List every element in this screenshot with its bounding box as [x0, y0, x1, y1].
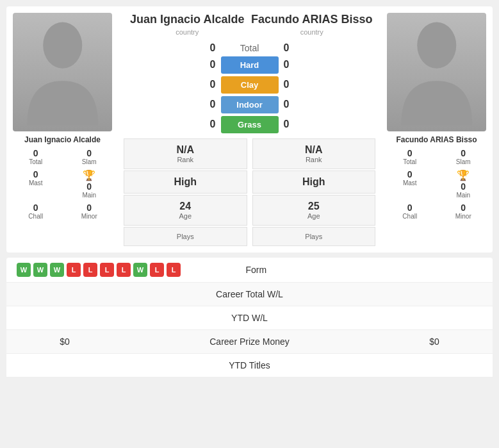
- player-left: Juan Ignacio Alcalde 0 Total 0 Slam 0 Ma…: [6, 13, 119, 246]
- indoor-row: 0 Indoor 0: [119, 96, 380, 113]
- form-badge-w: W: [50, 263, 64, 277]
- career-prize-label: Career Prize Money: [113, 336, 386, 347]
- players-section: Juan Ignacio Alcalde 0 Total 0 Slam 0 Ma…: [6, 6, 493, 253]
- stat-mast-right: 0 Mast: [384, 168, 436, 200]
- svg-point-1: [417, 22, 456, 69]
- player-right-name-top: Facundo ARIAS Bisso country: [250, 13, 375, 36]
- form-badge-w: W: [133, 263, 147, 277]
- main-container: Juan Ignacio Alcalde 0 Total 0 Slam 0 Ma…: [0, 0, 499, 384]
- clay-row: 0 Clay 0: [119, 76, 380, 94]
- ytd-wl-label: YTD W/L: [113, 313, 386, 323]
- stat-slam-right: 0 Slam: [438, 147, 490, 167]
- indoor-button[interactable]: Indoor: [221, 96, 279, 113]
- stat-chall-right: 0 Chall: [384, 201, 436, 221]
- career-prize-right: $0: [386, 336, 482, 347]
- stat-minor-right: 0 Minor: [438, 201, 490, 221]
- rank-card-right: N/A Rank: [252, 138, 376, 169]
- career-wl-label: Career Total W/L: [113, 289, 386, 299]
- trophy-icon-left: 🏆: [83, 169, 95, 181]
- avatar-silhouette-right: [387, 13, 486, 131]
- form-badge-l: L: [117, 263, 131, 277]
- trophy-icon-right: 🏆: [457, 169, 470, 181]
- player-right: Facundo ARIAS Bisso 0 Total 0 Slam 0 Mas…: [380, 13, 493, 246]
- form-badge-l: L: [150, 263, 164, 277]
- right-stat-cards: N/A Rank High 25 Age Plays: [252, 138, 376, 246]
- stat-main-right: 🏆 0 Main: [438, 168, 490, 200]
- ytd-wl-row: YTD W/L: [6, 306, 493, 330]
- middle-section: Juan Ignacio Alcalde country Facundo ARI…: [119, 13, 380, 246]
- bottom-section: WWWLLLLWLL Form Career Total W/L YTD W/L…: [6, 258, 493, 377]
- left-stat-cards: N/A Rank High 24 Age Plays: [124, 138, 247, 246]
- stat-total-right: 0 Total: [384, 147, 436, 167]
- plays-card-right: Plays: [252, 227, 376, 246]
- rank-card-left: N/A Rank: [124, 138, 247, 169]
- ytd-titles-label: YTD Titles: [113, 360, 386, 370]
- player-left-stats: 0 Total 0 Slam 0 Mast 🏆 0 Main 0: [6, 147, 119, 221]
- career-prize-left: $0: [17, 336, 113, 347]
- ytd-titles-row: YTD Titles: [6, 354, 493, 377]
- grass-button[interactable]: Grass: [221, 116, 279, 133]
- form-badge-l: L: [83, 263, 97, 277]
- player-left-name: Juan Ignacio Alcalde: [24, 135, 101, 144]
- career-prize-row: $0 Career Prize Money $0: [6, 330, 493, 354]
- hard-button[interactable]: Hard: [221, 56, 279, 74]
- high-card-right: High: [252, 170, 376, 194]
- player-right-stats: 0 Total 0 Slam 0 Mast 🏆 0 Main 0: [380, 147, 493, 221]
- player-right-name: Facundo ARIAS Bisso: [396, 135, 477, 144]
- plays-card-left: Plays: [124, 227, 247, 246]
- players-top-row: Juan Ignacio Alcalde country Facundo ARI…: [119, 13, 380, 42]
- stat-slam-left: 0 Slam: [63, 147, 116, 167]
- form-row: WWWLLLLWLL Form: [6, 258, 493, 283]
- grass-row: 0 Grass 0: [119, 116, 380, 133]
- player-left-name-top: Juan Ignacio Alcalde country: [125, 13, 250, 36]
- total-row: 0 Total 0: [119, 42, 380, 54]
- form-badge-l: L: [167, 263, 181, 277]
- form-badge-l: L: [100, 263, 114, 277]
- stat-main-left: 🏆 0 Main: [63, 168, 116, 200]
- form-badge-w: W: [33, 263, 47, 277]
- clay-button[interactable]: Clay: [221, 76, 279, 94]
- surfaces-container: 0 Hard 0 0 Clay 0 0 Indoor 0: [119, 56, 380, 133]
- player-left-avatar: [13, 13, 112, 131]
- stat-minor-left: 0 Minor: [63, 201, 116, 221]
- age-card-right: 25 Age: [252, 195, 376, 226]
- player-right-avatar: [387, 13, 486, 131]
- hard-row: 0 Hard 0: [119, 56, 380, 74]
- form-badge-w: W: [17, 263, 31, 277]
- svg-point-0: [43, 22, 82, 69]
- form-badges-left: WWWLLLLWLL: [17, 263, 181, 277]
- stat-mast-left: 0 Mast: [10, 168, 62, 200]
- form-badge-l: L: [67, 263, 81, 277]
- stat-chall-left: 0 Chall: [10, 201, 62, 221]
- avatar-silhouette-left: [13, 13, 112, 131]
- form-label: Form: [181, 265, 332, 275]
- stat-total-left: 0 Total: [10, 147, 62, 167]
- age-card-left: 24 Age: [124, 195, 247, 226]
- high-card-left: High: [124, 170, 247, 194]
- career-wl-row: Career Total W/L: [6, 283, 493, 306]
- middle-stat-cards: N/A Rank High 24 Age Plays: [119, 138, 380, 246]
